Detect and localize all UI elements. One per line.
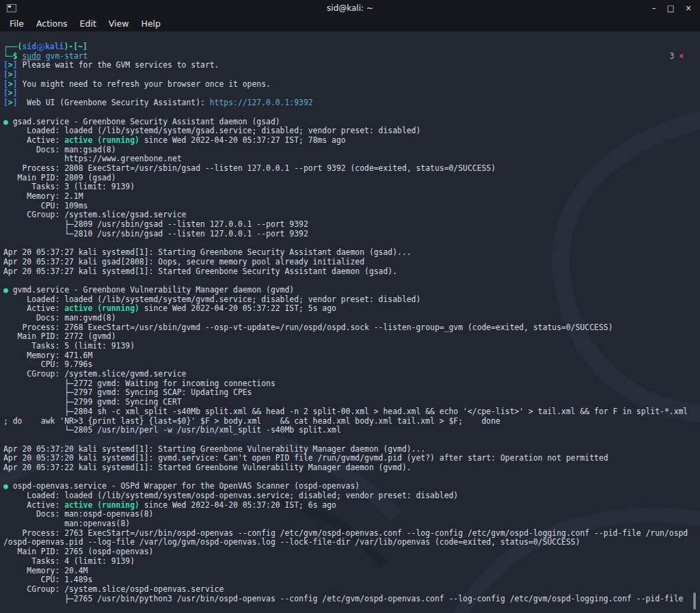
menu-item-file[interactable]: File	[3, 16, 30, 31]
terminal-line: Main PID: 2809 (gsad)	[3, 174, 700, 183]
terminal-line: [>] You might need to refresh your brows…	[3, 80, 700, 90]
exit-status-indicator: 3 ×	[669, 52, 684, 62]
terminal-line	[3, 108, 700, 118]
terminal-text: ┌──(sid@kali)-[~]└─$ sudo gvm-start3 ×[>…	[3, 42, 700, 603]
terminal-line: man:openvas(8)	[3, 519, 700, 529]
maximize-button[interactable]: □	[667, 0, 674, 16]
menu-item-actions[interactable]: Actions	[30, 16, 74, 31]
terminal-line: Active: active (running) since Wed 2022-…	[3, 136, 700, 146]
terminal-output-area[interactable]: ┌──(sid@kali)-[~]└─$ sudo gvm-start3 ×[>…	[0, 31, 700, 613]
terminal-line: https://www.greenbone.net	[3, 154, 700, 164]
terminal-line: ├─2772 gvmd: Waiting for incoming connec…	[3, 379, 700, 389]
terminal-line: ├─2797 gvmd: Syncing SCAP: Updating CPEs	[3, 388, 700, 398]
terminal-line: Main PID: 2765 (ospd-openvas)	[3, 547, 700, 557]
window-title: sid@kali: ~	[0, 0, 700, 16]
terminal-line: Loaded: loaded (/lib/systemd/system/gvmd…	[3, 295, 700, 305]
terminal-line: [>] Web UI (Greenbone Security Assistant…	[3, 98, 700, 108]
terminal-line: CGroup: /system.slice/gvmd.service	[3, 370, 700, 379]
terminal-line: Tasks: 5 (limit: 9139)	[3, 342, 700, 351]
terminal-line: Apr 20 05:37:27 kali gsad[2808]: Oops, s…	[3, 258, 700, 267]
menu-item-view[interactable]: View	[103, 16, 135, 31]
terminal-line: Process: 2768 ExecStart=/usr/sbin/gvmd -…	[3, 323, 700, 333]
terminal-line: CPU: 1.489s	[3, 575, 700, 585]
terminal-line: Memory: 471.6M	[3, 351, 700, 361]
terminal-line: CPU: 9.796s	[3, 360, 700, 370]
menu-item-edit[interactable]: Edit	[74, 16, 103, 31]
terminal-line: Apr 20 05:37:27 kali systemd[1]: Startin…	[3, 248, 700, 258]
terminal-line: CPU: 109ms	[3, 202, 700, 211]
terminal-line: Process: 2808 ExecStart=/usr/sbin/gsad -…	[3, 164, 700, 174]
terminal-line: ├─2799 gvmd: Syncing CERT	[3, 398, 700, 407]
terminal-line: [>]	[3, 70, 700, 80]
terminal-line: └─2810 /usr/sbin/gsad --listen 127.0.0.1…	[3, 230, 700, 239]
terminal-line: Active: active (running) since Wed 2022-…	[3, 304, 700, 314]
terminal-line: /ospd-openvas.pid --log-file /var/log/gv…	[3, 538, 700, 547]
minimize-button[interactable]: –	[652, 0, 656, 16]
terminal-line: Tasks: 3 (limit: 9139)	[3, 182, 700, 192]
terminal-line: Active: active (running) since Wed 2022-…	[3, 501, 700, 510]
terminal-line	[3, 435, 700, 445]
terminal-line: CGroup: /system.slice/gsad.service	[3, 210, 700, 220]
terminal-line: Docs: man:gsad(8)	[3, 146, 700, 155]
terminal-line	[3, 276, 700, 286]
terminal-line: Apr 20 05:37:20 kali systemd[1]: Startin…	[3, 445, 700, 454]
terminal-line: Loaded: loaded (/lib/systemd/system/gsad…	[3, 126, 700, 136]
terminal-line: ├─2804 sh -c xml_split -s40Mb split.xml …	[3, 407, 700, 417]
terminal-line: ├─2765 /usr/bin/python3 /usr/bin/ospd-op…	[3, 595, 700, 604]
menu-item-help[interactable]: Help	[135, 16, 167, 31]
terminal-line: └─$ sudo gvm-start3 ×	[3, 52, 700, 62]
close-button[interactable]: ×	[685, 0, 692, 16]
terminal-line: ● ospd-openvas.service - OSPd Wrapper fo…	[3, 482, 700, 491]
terminal-line: └─2805 /usr/bin/perl -w /usr/bin/xml_spl…	[3, 426, 700, 435]
menubar: File Actions Edit View Help	[0, 16, 700, 31]
terminal-line: Tasks: 4 (limit: 9139)	[3, 557, 700, 567]
window-controls: – □ ×	[652, 0, 700, 16]
terminal-window: sid@kali: ~ – □ × File Actions Edit View…	[0, 0, 700, 613]
titlebar: sid@kali: ~ – □ ×	[0, 0, 700, 16]
terminal-line: Docs: man:gvmd(8)	[3, 314, 700, 323]
scrollbar-thumb[interactable]	[693, 592, 696, 610]
terminal-line: CGroup: /system.slice/ospd-openvas.servi…	[3, 585, 700, 595]
terminal-line: Main PID: 2772 (gvmd)	[3, 332, 700, 342]
terminal-line: Memory: 2.1M	[3, 192, 700, 202]
terminal-icon[interactable]	[7, 4, 16, 12]
terminal-line: ┌──(sid@kali)-[~]	[3, 42, 700, 52]
terminal-line: ; do awk 'NR>3 {print last} {last=$0}' $…	[3, 417, 700, 426]
terminal-line	[3, 473, 700, 482]
terminal-line: ├─2809 /usr/sbin/gsad --listen 127.0.0.1…	[3, 220, 700, 230]
terminal-line: Loaded: loaded (/lib/systemd/system/ospd…	[3, 491, 700, 501]
terminal-line	[3, 239, 700, 248]
terminal-line: ● gvmd.service - Greenbone Vulnerability…	[3, 286, 700, 295]
terminal-line: Process: 2763 ExecStart=/usr/bin/ospd-op…	[3, 529, 700, 539]
terminal-line: [>]	[3, 89, 700, 98]
terminal-line: Apr 20 05:37:20 kali systemd[1]: gvmd.se…	[3, 454, 700, 463]
terminal-line: [>] Please wait for the GVM services to …	[3, 61, 700, 70]
terminal-line: Apr 20 05:37:27 kali systemd[1]: Started…	[3, 267, 700, 277]
terminal-line: ● gsad.service - Greenbone Security Assi…	[3, 118, 700, 127]
terminal-line: Docs: man:ospd-openvas(8)	[3, 510, 700, 519]
terminal-line: Apr 20 05:37:22 kali systemd[1]: Started…	[3, 463, 700, 473]
terminal-line: Memory: 20.4M	[3, 567, 700, 576]
